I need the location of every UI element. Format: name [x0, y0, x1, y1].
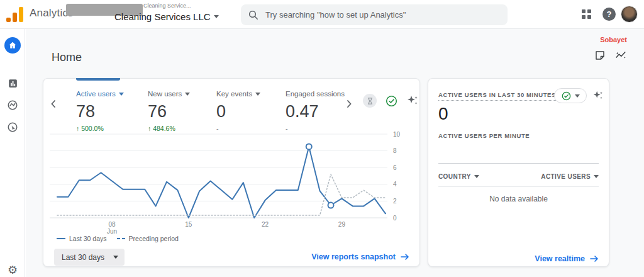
metric-tab-engaged-sessions[interactable]: Engaged sessions 0.47 -: [286, 90, 345, 132]
page-title: Home: [52, 51, 82, 64]
realtime-card: ACTIVE USERS IN LAST 30 MINUTES 0 ACTIVE…: [428, 78, 609, 267]
metric-value: 76: [148, 102, 190, 122]
realtime-value: 0: [438, 104, 448, 124]
metric-label: Engaged sessions: [286, 90, 345, 98]
property-selector[interactable]: Cleaning Services LLC: [114, 11, 219, 22]
svg-text:4: 4: [393, 181, 397, 188]
chart-legend: Last 30 days Preceding period: [57, 235, 179, 242]
dashed-line-swatch: [117, 238, 125, 240]
chevron-left-icon[interactable]: [48, 99, 58, 109]
chevron-down-icon[interactable]: [255, 93, 260, 96]
metric-tab-active-users[interactable]: Active users 78 ↑ 500.0%: [76, 90, 124, 132]
watermark-text: Sobayet: [600, 36, 627, 43]
left-nav: ⚙: [0, 29, 25, 277]
view-reports-snapshot-link[interactable]: View reports snapshot: [311, 252, 409, 261]
metric-value: 0.47: [286, 102, 345, 122]
country-header[interactable]: COUNTRY: [438, 173, 479, 180]
svg-text:15: 15: [185, 221, 192, 228]
realtime-title: ACTIVE USERS IN LAST 30 MINUTES: [438, 91, 556, 101]
svg-text:10: 10: [393, 131, 401, 138]
arrow-right-icon: [590, 255, 599, 263]
chevron-down-icon[interactable]: [185, 93, 190, 96]
user-avatar[interactable]: [621, 6, 638, 23]
metric-value: 0: [216, 102, 260, 122]
sidebar-item-explore[interactable]: [4, 97, 21, 113]
date-range-button[interactable]: Last 30 days: [54, 249, 125, 266]
hourglass-status-icon[interactable]: [363, 94, 377, 108]
legend-preceding-period: Preceding period: [117, 235, 179, 242]
trend-chart: 024681008Jun152229: [50, 129, 414, 237]
sparkle-insights-icon[interactable]: [592, 90, 604, 101]
per-minute-axis: [438, 163, 599, 164]
empty-state-message: No data available: [428, 195, 609, 203]
per-minute-label: ACTIVE USERS PER MINUTE: [438, 132, 530, 139]
metric-label: New users: [148, 90, 182, 98]
metric-label: Key events: [216, 90, 252, 98]
sidebar-item-home[interactable]: [4, 37, 21, 54]
analytics-logo-icon: [6, 6, 25, 22]
main-content: Home Sobayet Active users: [26, 29, 644, 277]
chevron-down-icon: [214, 15, 219, 18]
chevron-down-icon: [474, 175, 479, 178]
data-quality-check-icon[interactable]: [386, 95, 397, 107]
svg-text:22: 22: [262, 221, 269, 228]
sidebar-item-reports[interactable]: [4, 75, 21, 91]
advertising-icon: [7, 122, 18, 133]
svg-text:0: 0: [393, 215, 397, 222]
table-divider: [438, 186, 599, 187]
chevron-down-icon: [113, 256, 118, 259]
chevron-right-icon[interactable]: [344, 99, 354, 109]
svg-text:6: 6: [393, 164, 397, 171]
top-app-bar: Analytics Cleaning Service... Cleaning S…: [0, 0, 644, 29]
search-input[interactable]: [265, 10, 500, 20]
home-icon: [8, 41, 17, 50]
bar-chart-icon: [8, 78, 18, 89]
explore-icon: [7, 99, 18, 111]
note-icon[interactable]: [594, 50, 606, 61]
svg-text:2: 2: [393, 198, 397, 205]
arrow-right-icon: [401, 253, 409, 261]
chevron-down-icon: [594, 175, 599, 178]
svg-text:8: 8: [393, 147, 397, 154]
metric-tab-key-events[interactable]: Key events 0 -: [216, 90, 260, 132]
insights-icon[interactable]: [615, 50, 626, 61]
admin-gear-icon[interactable]: ⚙: [5, 263, 20, 277]
solid-line-swatch: [57, 238, 65, 240]
apps-grid-icon[interactable]: [582, 9, 591, 19]
active-metric-underline: [76, 78, 120, 81]
svg-text:Jun: Jun: [107, 228, 117, 235]
svg-text:08: 08: [108, 221, 116, 228]
search-icon: [248, 10, 258, 20]
metric-label: Active users: [76, 90, 116, 98]
svg-text:29: 29: [338, 221, 346, 228]
active-users-header[interactable]: ACTIVE USERS: [541, 173, 599, 180]
sidebar-item-advertising[interactable]: [4, 119, 21, 135]
search-bar[interactable]: [241, 4, 508, 25]
account-breadcrumb: Cleaning Service...: [143, 3, 191, 9]
chevron-down-icon[interactable]: [119, 93, 124, 96]
metrics-overview-card: Active users 78 ↑ 500.0% New users 76 ↑ …: [43, 78, 420, 267]
help-icon[interactable]: ?: [602, 8, 616, 21]
legend-last-30-days: Last 30 days: [57, 235, 107, 242]
realtime-quality-dropdown[interactable]: [554, 88, 587, 103]
data-quality-check-icon: [562, 91, 571, 101]
property-name: Cleaning Services LLC: [114, 11, 211, 22]
metric-value: 78: [76, 102, 124, 122]
sparkle-insights-icon[interactable]: [406, 94, 419, 107]
chevron-down-icon: [575, 94, 580, 98]
view-realtime-link[interactable]: View realtime: [535, 254, 599, 263]
metric-tab-new-users[interactable]: New users 76 ↑ 484.6%: [148, 90, 190, 132]
